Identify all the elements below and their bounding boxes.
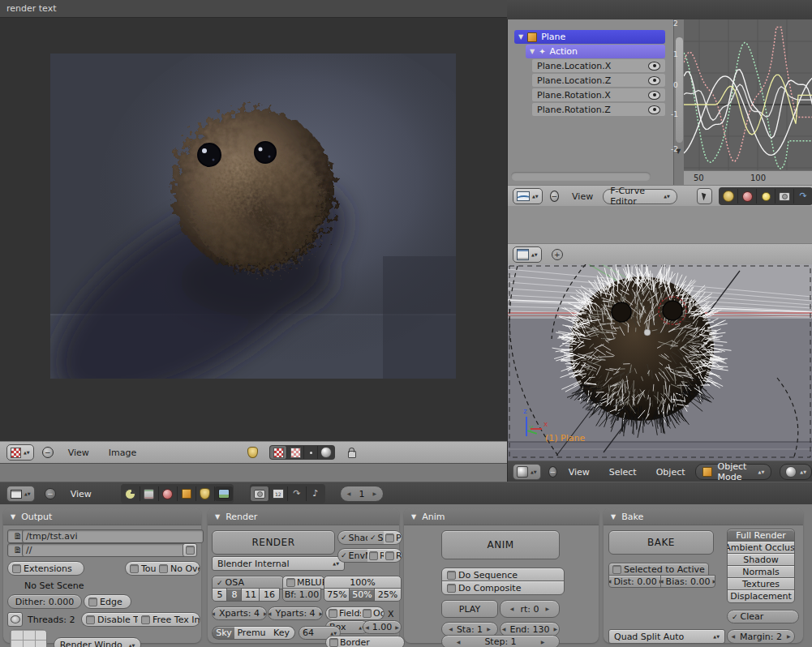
filter-size-stepper[interactable]: ◀1.00▶ (363, 620, 402, 634)
size-75-button[interactable]: 75% (324, 588, 350, 602)
panel-collapse-icon[interactable]: ▼ (215, 513, 220, 521)
editor-type-button-buttons[interactable]: ▲▼ (6, 486, 35, 502)
menu-select[interactable]: Select (599, 467, 647, 478)
render-panel-header[interactable]: ▼ Render (208, 508, 399, 525)
material-filter-button[interactable] (738, 189, 757, 204)
premul-button[interactable]: Premu (234, 626, 269, 640)
channel-row[interactable]: Plane.Rotation.X (532, 88, 665, 101)
menu-view[interactable]: View (61, 489, 101, 499)
visibility-eye-icon[interactable] (648, 91, 660, 100)
anim-button[interactable]: ANIM (441, 530, 560, 559)
driver-button[interactable]: ↷ (794, 189, 812, 204)
camera-filter-button[interactable] (775, 189, 794, 204)
menu-object[interactable]: Object (647, 467, 695, 478)
render-subcontext-button[interactable] (251, 486, 269, 501)
yparts-stepper[interactable]: ◀Yparts: 4▶ (268, 606, 323, 620)
render-display-grid[interactable] (10, 629, 47, 647)
cursor-tool-button[interactable] (697, 188, 712, 204)
bf-value[interactable]: Bf: 1.00 (282, 588, 321, 602)
dist-stepper[interactable]: ◀Dist: 0.00▶ (608, 575, 662, 588)
render-button[interactable]: RENDER (212, 530, 335, 555)
channel-row[interactable]: Plane.Rotation.Z (532, 103, 665, 116)
menu-view[interactable]: View (562, 191, 603, 202)
margin-stepper[interactable]: ◀Margin: 2▶ (727, 629, 795, 644)
border-toggle[interactable]: Border (325, 636, 405, 647)
backbuf-path-field[interactable]: // (22, 543, 189, 557)
size-25-button[interactable]: 25% (374, 588, 402, 602)
visibility-eye-icon[interactable] (648, 105, 660, 114)
image-draw-button[interactable] (270, 446, 287, 459)
channel-action-row[interactable]: ▼ ✦ Action (526, 45, 665, 58)
image-dot-button[interactable] (304, 446, 318, 459)
collapse-menu-button[interactable]: − (45, 488, 56, 499)
menu-image[interactable]: Image (99, 448, 146, 458)
shading-context-button[interactable] (159, 486, 178, 501)
panel-collapse-icon[interactable]: ▼ (411, 513, 416, 521)
stepper-left-icon[interactable]: ◀ (347, 491, 351, 496)
play-button[interactable]: PLAY (441, 600, 498, 618)
size-50-button[interactable]: 50% (349, 588, 376, 602)
do-composite-toggle[interactable]: Do Composite (441, 581, 565, 595)
no-overwrite-toggle[interactable]: No Overwrit (156, 561, 200, 576)
osa-5-button[interactable]: 5 (212, 588, 228, 602)
bias-stepper[interactable]: ◀Bias: 0.00▶ (660, 575, 715, 588)
channel-object-row[interactable]: ▼ Plane (514, 30, 665, 44)
bake-panel-header[interactable]: ▼ Bake (604, 508, 803, 525)
mode-dropdown[interactable]: Object Mode ▲▼ (695, 464, 772, 480)
pin-icon[interactable] (247, 447, 258, 458)
anim-subcontext-button[interactable]: 12 (269, 486, 288, 501)
osa-8-button[interactable]: 8 (226, 588, 243, 602)
collapse-menu-button[interactable]: − (548, 466, 557, 478)
proportional-edit-button[interactable] (720, 189, 738, 204)
osa-11-button[interactable]: 11 (241, 588, 260, 602)
backbuf-toggle-button[interactable] (183, 543, 197, 557)
clear-toggle[interactable]: ✓Clear (727, 610, 799, 623)
odd-toggle[interactable]: Od (361, 606, 385, 620)
logic-context-button[interactable] (122, 486, 140, 501)
image-alpha-button[interactable] (287, 446, 304, 459)
engine-dropdown[interactable]: Blender Internal▲▼ (212, 556, 345, 571)
fcurve-vscrollbar[interactable]: ▼ (673, 19, 684, 185)
bake-mode-displacement[interactable]: Displacement (727, 589, 795, 603)
bake-button[interactable]: BAKE (608, 530, 714, 555)
fields-toggle[interactable]: Fields (325, 606, 365, 620)
extensions-toggle[interactable]: Extensions (7, 561, 84, 576)
editor-type-button-fcurve[interactable]: ▲▼ (513, 188, 543, 204)
edge-toggle[interactable]: Edge (84, 594, 131, 609)
quad-split-dropdown[interactable]: Quad Split Auto▲▼ (608, 629, 725, 644)
fcurve-graph[interactable] (684, 19, 812, 170)
script-context-button[interactable] (140, 486, 159, 501)
shadow-toggle[interactable]: ✓Shad (337, 530, 372, 545)
stepper-right-icon[interactable]: ▶ (372, 491, 376, 496)
rt-stepper[interactable]: ◀rt: 0▶ (500, 600, 560, 618)
editor-mode-dropdown[interactable]: F-Curve Editor ▲▼ (603, 189, 677, 204)
envmap-toggle[interactable]: ✓EnvM (337, 548, 372, 563)
viewport-3d-canvas[interactable] (508, 264, 812, 461)
frame-number-stepper[interactable]: ◀ 1 ▶ (340, 486, 384, 502)
xparts-stepper[interactable]: ◀Xparts: 4▶ (212, 606, 267, 620)
lock-icon[interactable] (348, 451, 356, 458)
free-tex-toggle[interactable]: Free Tex Imag (138, 612, 200, 627)
anim-panel-header[interactable]: ▼ Anim (404, 508, 599, 525)
shading-dropdown[interactable]: ▲▼ (780, 464, 812, 480)
visibility-eye-icon[interactable] (648, 62, 660, 71)
editor-type-button-image[interactable]: ▲▼ (6, 444, 34, 461)
output-path-field[interactable]: /tmp/tst.avi (22, 529, 204, 543)
sound-subcontext-button[interactable]: ♪ (307, 486, 324, 501)
menu-view[interactable]: View (559, 467, 599, 478)
channel-row[interactable]: Plane.Location.Z (532, 74, 665, 87)
object-context-button[interactable] (178, 486, 196, 501)
add-button[interactable]: + (552, 249, 563, 260)
editing-context-button[interactable] (196, 486, 215, 501)
lamp-filter-button[interactable] (757, 189, 775, 204)
key-button[interactable]: Key (269, 626, 295, 640)
pano-toggle[interactable]: Pano (384, 530, 402, 545)
osa-16-button[interactable]: 16 (259, 588, 280, 602)
channel-row[interactable]: Plane.Location.X (532, 59, 665, 72)
collapse-menu-button[interactable]: − (42, 447, 54, 458)
expand-triangle-icon[interactable]: ▼ (530, 48, 535, 55)
channel-hscrollbar[interactable] (511, 172, 651, 181)
radio-toggle[interactable]: Radi (384, 548, 402, 563)
editor-type-button-3dview[interactable]: ▲▼ (513, 464, 541, 480)
curve-subcontext-button[interactable]: ↷ (288, 486, 307, 501)
